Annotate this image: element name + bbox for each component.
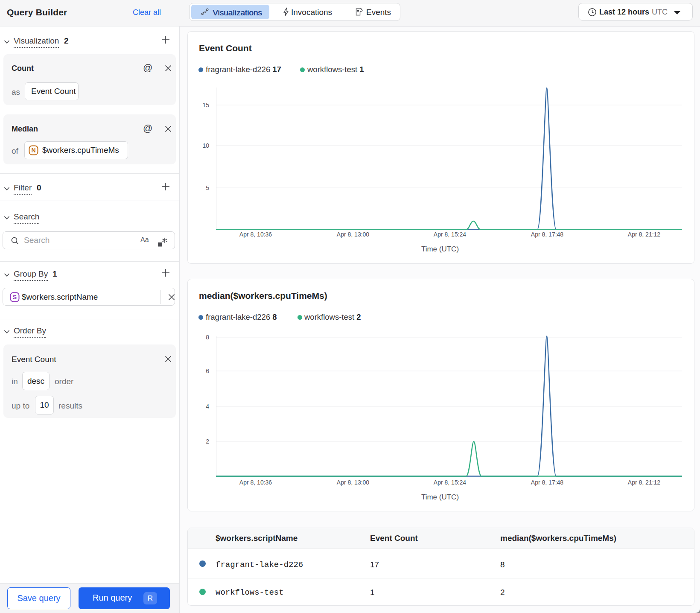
- svg-text:Apr 8, 10:36: Apr 8, 10:36: [239, 479, 272, 486]
- svg-text:Apr 8, 21:12: Apr 8, 21:12: [628, 231, 660, 238]
- svg-text:Apr 8, 17:48: Apr 8, 17:48: [531, 479, 563, 486]
- svg-text:8: 8: [206, 334, 209, 341]
- svg-text:Apr 8, 15:24: Apr 8, 15:24: [434, 479, 466, 486]
- svg-text:5: 5: [206, 184, 209, 191]
- svg-text:S: S: [13, 294, 17, 301]
- svg-text:Apr 8, 21:12: Apr 8, 21:12: [628, 479, 660, 486]
- svg-text:Time (UTC): Time (UTC): [421, 493, 459, 501]
- svg-text:Apr 8, 13:00: Apr 8, 13:00: [337, 231, 369, 238]
- svg-text:4: 4: [206, 403, 209, 410]
- svg-text:Time (UTC): Time (UTC): [421, 245, 459, 253]
- svg-text:15: 15: [202, 102, 209, 108]
- svg-text:Apr 8, 13:00: Apr 8, 13:00: [337, 479, 369, 486]
- svg-text:Apr 8, 10:36: Apr 8, 10:36: [239, 231, 272, 238]
- svg-text:N: N: [31, 147, 35, 154]
- svg-text:Apr 8, 17:48: Apr 8, 17:48: [531, 231, 563, 238]
- svg-text:Apr 8, 15:24: Apr 8, 15:24: [434, 231, 466, 238]
- svg-text:6: 6: [206, 368, 209, 374]
- svg-text:2: 2: [206, 438, 209, 445]
- svg-text:10: 10: [202, 142, 209, 149]
